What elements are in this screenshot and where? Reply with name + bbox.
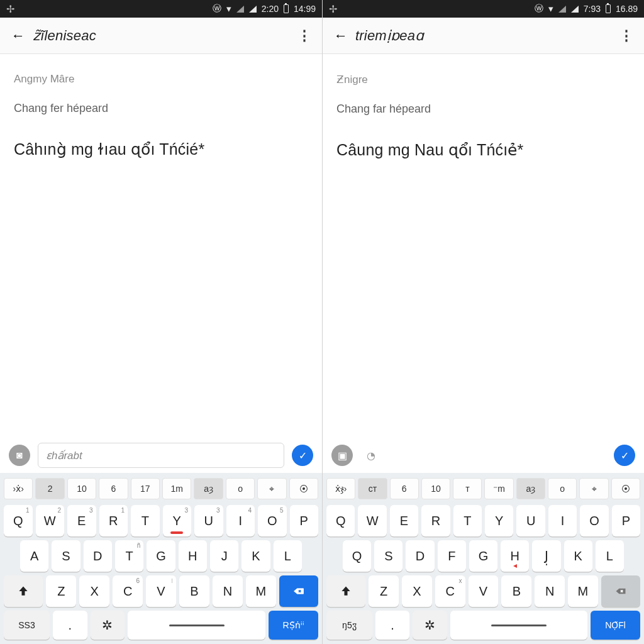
suggestion-chip[interactable]: 10: [421, 478, 450, 499]
key-u[interactable]: U3: [194, 505, 223, 536]
shift-key[interactable]: [326, 575, 365, 607]
punct-key[interactable]: .: [375, 611, 410, 640]
key-m[interactable]: M: [246, 575, 276, 607]
signal-icon: [236, 6, 244, 13]
key-p[interactable]: P: [612, 505, 640, 536]
key-o[interactable]: O: [580, 505, 608, 536]
key-g[interactable]: G: [469, 540, 497, 572]
key-c[interactable]: Cx: [435, 575, 465, 607]
symbols-key[interactable]: SS3: [4, 611, 50, 640]
key-k[interactable]: K: [242, 540, 270, 572]
suggestion-chip[interactable]: aȝ: [516, 478, 545, 499]
key-c[interactable]: C6: [113, 575, 143, 607]
key-y[interactable]: Y3: [163, 505, 192, 536]
key-y[interactable]: Y: [485, 505, 513, 536]
key-l[interactable]: L: [274, 540, 302, 572]
suggestion-chip[interactable]: 6: [99, 478, 128, 499]
key-x[interactable]: X: [402, 575, 432, 607]
key-s[interactable]: S: [52, 540, 80, 572]
suggestion-chip[interactable]: ⌖: [579, 478, 608, 499]
key-u[interactable]: U: [516, 505, 545, 536]
suggestion-chip[interactable]: ⁻m: [484, 478, 513, 499]
key-a[interactable]: A: [20, 540, 48, 572]
key-z[interactable]: Z: [369, 575, 399, 607]
key-z[interactable]: Z: [46, 575, 76, 607]
input-row: ▣ ◔ ✓: [323, 438, 644, 473]
suggestion-chip[interactable]: aȝ: [194, 478, 223, 499]
content-area: Angmy Mâre Chang fer hépeard Câhıng̀ mg …: [0, 54, 322, 438]
suggestion-chip[interactable]: т: [453, 478, 482, 499]
emoji-key[interactable]: ✲: [413, 611, 447, 640]
key-x[interactable]: X: [79, 575, 109, 607]
suggestion-chip[interactable]: cт: [358, 478, 387, 499]
key-w[interactable]: W2: [36, 505, 65, 536]
key-s[interactable]: S: [374, 540, 402, 572]
suggestion-chip[interactable]: 10: [67, 478, 96, 499]
key-b[interactable]: B: [501, 575, 531, 607]
suggestion-chip[interactable]: 1m: [162, 478, 191, 499]
key-i[interactable]: I4: [226, 505, 255, 536]
backspace-key[interactable]: [279, 575, 318, 607]
key-o[interactable]: O5: [258, 505, 287, 536]
more-button[interactable]: ⋮: [614, 28, 639, 44]
key-i[interactable]: I: [548, 505, 577, 536]
suggestion-chip[interactable]: 6: [390, 478, 419, 499]
send-button[interactable]: ✓: [292, 445, 313, 466]
key-b[interactable]: B: [179, 575, 209, 607]
key-q[interactable]: Q: [343, 540, 371, 572]
suggestion-chip[interactable]: 2: [35, 478, 64, 499]
suggestion-chip[interactable]: o: [548, 478, 577, 499]
key-t[interactable]: T: [131, 505, 160, 536]
key-e[interactable]: E3: [67, 505, 96, 536]
key-p[interactable]: P: [290, 505, 319, 536]
extra-button[interactable]: ◔: [360, 445, 382, 466]
suggestion-chip[interactable]: ⦿: [289, 478, 318, 499]
key-e[interactable]: E: [390, 505, 418, 536]
space-key[interactable]: [450, 611, 587, 640]
key-t[interactable]: Tñ: [115, 540, 143, 572]
suggestion-chip[interactable]: ›ẋ›: [4, 478, 33, 499]
key-m[interactable]: M: [568, 575, 598, 607]
backspace-key[interactable]: [601, 575, 640, 607]
suggestion-chip[interactable]: ẋჯ›: [326, 478, 355, 499]
more-button[interactable]: ⋮: [292, 28, 317, 44]
key-r[interactable]: R1: [99, 505, 128, 536]
suggestion-chip[interactable]: ⦿: [611, 478, 640, 499]
space-key[interactable]: [128, 611, 265, 640]
key-r[interactable]: R: [421, 505, 450, 536]
send-button[interactable]: ✓: [614, 445, 635, 466]
key-t[interactable]: T: [453, 505, 482, 536]
back-button[interactable]: ←: [5, 23, 30, 48]
shift-key[interactable]: [4, 575, 43, 607]
enter-key[interactable]: RṢ̃ṅⁱⁱ: [269, 611, 318, 640]
gallery-button[interactable]: ▣: [331, 445, 353, 466]
key-v[interactable]: V: [469, 575, 499, 607]
punct-key[interactable]: .: [53, 611, 87, 640]
text-input[interactable]: ɛhấrabt: [38, 443, 284, 468]
key-n[interactable]: N: [213, 575, 243, 607]
key-j̣[interactable]: J̣: [532, 540, 560, 572]
suggestion-chip[interactable]: ⌖: [257, 478, 286, 499]
emoji-key[interactable]: ✲: [91, 611, 125, 640]
key-f[interactable]: F: [438, 540, 466, 572]
symbols-key[interactable]: ŋ5ჳ: [326, 611, 372, 640]
key-j[interactable]: J: [210, 540, 238, 572]
key-v[interactable]: V⁝: [146, 575, 176, 607]
camera-button[interactable]: ◙: [9, 445, 30, 466]
key-d[interactable]: D: [406, 540, 434, 572]
suggestion-chip[interactable]: o: [226, 478, 255, 499]
key-h[interactable]: H◂: [501, 540, 529, 572]
back-button[interactable]: ←: [328, 23, 353, 48]
key-w[interactable]: W: [358, 505, 386, 536]
enter-key[interactable]: NỌ̃Fl: [591, 611, 640, 640]
key-k[interactable]: K: [564, 540, 592, 572]
key-q[interactable]: Q1: [4, 505, 33, 536]
key-h[interactable]: H: [179, 540, 207, 572]
key-l[interactable]: L: [596, 540, 624, 572]
key-q[interactable]: Q: [326, 505, 355, 536]
key-n[interactable]: N: [535, 575, 565, 607]
suggestion-chip[interactable]: 17: [131, 478, 160, 499]
app-bar: ← z̃ĩleniseac ⋮: [0, 18, 322, 54]
key-d[interactable]: D: [84, 540, 112, 572]
key-g[interactable]: G: [147, 540, 175, 572]
